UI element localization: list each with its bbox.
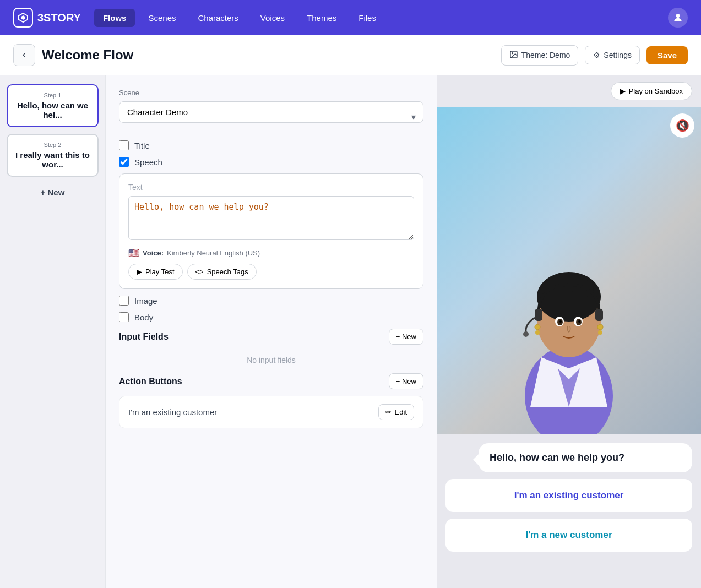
nav-files[interactable]: Files [350, 9, 385, 27]
chat-area: Hello, how can we help you? I'm an exist… [437, 434, 701, 588]
image-checkbox[interactable] [119, 296, 129, 306]
speech-textarea[interactable]: Hello, how can we help you? [128, 196, 414, 240]
play-test-button[interactable]: ▶ Play Test [128, 264, 183, 280]
character-illustration [492, 236, 646, 434]
new-step-button[interactable]: + New [7, 183, 99, 202]
image-icon [509, 50, 518, 61]
scene-label: Scene [119, 89, 423, 97]
theme-label: Theme: Demo [521, 51, 570, 59]
left-sidebar: Step 1 Hello, how can we hel... Step 2 I… [0, 75, 106, 588]
speech-row: Speech [119, 157, 423, 167]
title-label: Title [134, 141, 150, 150]
edit-action-button[interactable]: ✏ Edit [378, 404, 414, 420]
code-icon: <> [195, 268, 204, 276]
settings-button[interactable]: ⚙ Settings [585, 46, 640, 64]
nav-flows[interactable]: Flows [94, 9, 135, 27]
svg-point-15 [578, 320, 580, 323]
speech-checkbox[interactable] [119, 157, 129, 167]
input-fields-title: Input Fields [119, 332, 169, 342]
option1-text: I'm an existing customer [514, 490, 624, 500]
image-row: Image [119, 296, 423, 306]
step-card-1[interactable]: Step 1 Hello, how can we hel... [7, 84, 99, 127]
body-label: Body [134, 313, 153, 322]
play-sandbox-icon: ▶ [620, 87, 626, 95]
logo-icon [13, 8, 33, 28]
body-checkbox[interactable] [119, 312, 129, 322]
title-row: Title [119, 140, 423, 150]
svg-point-19 [598, 330, 602, 335]
header-bar: Welcome Flow Theme: Demo ⚙ Settings Save [0, 35, 701, 75]
pencil-icon: ✏ [385, 408, 392, 416]
logo-area: 3STORY [13, 8, 81, 28]
step2-label: Step 2 [14, 141, 91, 148]
settings-label: Settings [604, 51, 632, 59]
edit-label: Edit [395, 408, 407, 416]
image-label: Image [134, 296, 157, 306]
voice-name: Kimberly Neural English (US) [167, 249, 260, 257]
nav-characters[interactable]: Characters [189, 9, 247, 27]
preview-top-bar: ▶ Play on Sandbox [437, 75, 701, 107]
input-fields-section: Input Fields + New [119, 329, 423, 345]
mute-icon: 🔇 [676, 119, 689, 132]
step1-label: Step 1 [14, 92, 91, 99]
action-button-card: I'm an existing customer ✏ Edit [119, 396, 423, 428]
play-test-label: Play Test [145, 268, 175, 276]
nav-themes[interactable]: Themes [298, 9, 345, 27]
top-navigation: 3STORY Flows Scenes Characters Voices Th… [0, 0, 701, 35]
theme-button[interactable]: Theme: Demo [501, 45, 579, 66]
svg-point-8 [537, 272, 601, 322]
back-button[interactable] [13, 44, 35, 66]
svg-point-4 [512, 52, 513, 53]
option2-text: I'm a new customer [525, 530, 612, 540]
play-icon: ▶ [137, 268, 142, 276]
nav-scenes[interactable]: Scenes [139, 9, 184, 27]
speech-tags-label: Speech Tags [207, 268, 248, 276]
action-buttons-title: Action Buttons [119, 377, 182, 386]
mute-button[interactable]: 🔇 [670, 113, 694, 138]
speech-editor-box: Text Hello, how can we help you? 🇺🇸 Voic… [119, 173, 423, 289]
right-preview: ▶ Play on Sandbox 🔇 [437, 75, 701, 588]
option-bubble-existing[interactable]: I'm an existing customer [445, 479, 692, 512]
gear-icon: ⚙ [593, 51, 600, 59]
voice-row: 🇺🇸 Voice: Kimberly Neural English (US) [128, 248, 414, 258]
step2-text: I really want this to wor... [14, 150, 91, 169]
add-action-button[interactable]: + New [389, 373, 423, 389]
speech-tags-button[interactable]: <> Speech Tags [187, 264, 257, 280]
body-row: Body [119, 312, 423, 322]
scene-select-wrapper: Character Demo [119, 101, 423, 132]
app-name: 3STORY [37, 12, 81, 24]
nav-voices[interactable]: Voices [252, 9, 294, 27]
main-layout: Step 1 Hello, how can we hel... Step 2 I… [0, 75, 701, 588]
svg-marker-1 [21, 15, 25, 20]
action-buttons-section: Action Buttons + New [119, 373, 423, 389]
speech-btn-row: ▶ Play Test <> Speech Tags [128, 264, 414, 280]
add-input-field-button[interactable]: + New [389, 329, 423, 345]
title-checkbox[interactable] [119, 140, 129, 150]
no-input-fields-text: No input fields [119, 351, 423, 373]
svg-rect-21 [595, 309, 603, 321]
speech-bubble-text: Hello, how can we help you? [490, 452, 624, 463]
step1-text: Hello, how can we hel... [14, 101, 91, 119]
speech-label: Speech [134, 157, 162, 167]
text-section-label: Text [128, 183, 414, 192]
character-scene: 🔇 [437, 107, 701, 434]
svg-point-14 [559, 320, 562, 323]
svg-point-17 [535, 330, 540, 335]
svg-point-16 [535, 324, 540, 330]
step-card-2[interactable]: Step 2 I really want this to wor... [7, 134, 99, 177]
option-bubble-new[interactable]: I'm a new customer [445, 519, 692, 552]
scene-select[interactable]: Character Demo [119, 101, 423, 123]
user-avatar[interactable] [668, 8, 688, 28]
speech-bubble: Hello, how can we help you? [479, 443, 692, 472]
voice-flag-icon: 🇺🇸 [128, 248, 139, 258]
svg-point-22 [523, 331, 529, 337]
action-button-text: I'm an existing customer [128, 407, 217, 417]
play-sandbox-label: Play on Sandbox [629, 87, 683, 95]
save-button[interactable]: Save [646, 46, 688, 64]
play-sandbox-button[interactable]: ▶ Play on Sandbox [611, 82, 692, 100]
voice-key-label: Voice: [143, 249, 164, 257]
svg-rect-20 [535, 309, 542, 321]
center-panel: Scene Character Demo Title Speech Text H… [106, 75, 437, 588]
page-title: Welcome Flow [42, 47, 494, 63]
svg-point-18 [597, 324, 603, 330]
